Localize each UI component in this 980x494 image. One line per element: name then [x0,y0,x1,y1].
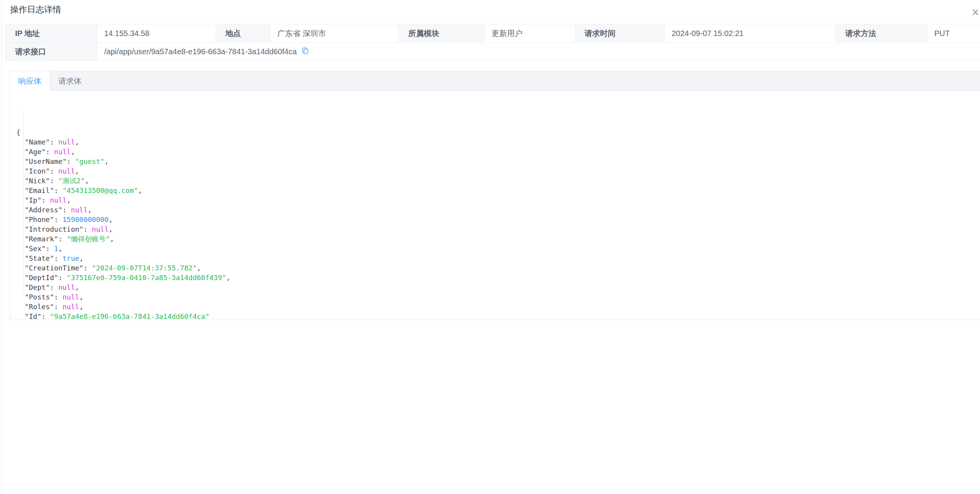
json-line: "Age": null, [16,147,980,157]
tab-response-body[interactable]: 响应体 [10,71,50,91]
field-label-api: 请求接口 [6,43,97,61]
json-line: { [16,127,980,137]
json-line: "Id": "9a57a4e8-e196-663a-7841-3a14dd60f… [16,312,980,320]
field-label-module: 所属模块 [399,24,485,43]
json-line: "Remark": "懒得创账号", [16,234,980,244]
table-row: IP 地址 14.155.34.58 地点 广东省 深圳市 所属模块 更新用户 … [6,24,980,43]
field-value-request-time: 2024-09-07 15:02:21 [665,24,836,43]
json-line: "Introduction": null, [16,224,980,234]
table-row: 请求接口 /api/app/user/9a57a4e8-e196-663a-78… [6,43,980,61]
field-value-api: /api/app/user/9a57a4e8-e196-663a-7841-3a… [97,43,980,61]
field-value-location: 广东省 深圳市 [270,24,399,43]
operation-log-detail-dialog: 操作日志详情 × IP 地址 14.155.34.58 地点 广东省 深圳市 所… [0,0,980,494]
field-value-method: PUT [927,24,980,43]
copy-icon[interactable] [301,47,309,57]
json-line: "UserName": "guest", [16,157,980,166]
json-line: "Name": null, [16,137,980,147]
json-line: "State": true, [16,253,980,263]
field-label-method: 请求方法 [836,24,927,43]
json-line: "Ip": null, [16,195,980,205]
json-line: "Email": "454313500@qq.com", [16,186,980,195]
field-label-location: 地点 [216,24,270,43]
json-viewer: { "Name": null, "Age": null, "UserName":… [10,91,980,320]
tab-request-body[interactable]: 请求体 [50,71,90,91]
close-icon[interactable]: × [971,7,980,17]
field-label-request-time: 请求时间 [575,24,665,43]
json-line: "Icon": null, [16,166,980,176]
log-descriptions-table: IP 地址 14.155.34.58 地点 广东省 深圳市 所属模块 更新用户 … [5,24,980,61]
json-line: "Sex": 1, [16,244,980,253]
json-line: "CreationTime": "2024-09-07T14:37:55.782… [16,263,980,273]
json-indent-guide [23,110,24,294]
json-line: "Address": null, [16,205,980,215]
dialog-left-edge [2,0,2,494]
tabs-header: 响应体请求体 [10,71,980,91]
json-line: "Nick": "测试2", [16,176,980,186]
body-tabs-card: 响应体请求体 { "Name": null, "Age": null, "Use… [10,71,980,320]
field-value-module: 更新用户 [485,24,575,43]
json-line: "Posts": null, [16,292,980,302]
field-value-ip: 14.155.34.58 [97,24,216,43]
json-line: "Roles": null, [16,302,980,312]
json-line: "Dept": null, [16,282,980,292]
dialog-title: 操作日志详情 [10,4,980,15]
json-line: "DeptId": "375167e0-759a-0410-7a85-3a14d… [16,273,980,282]
json-line: "Phone": 15900000000, [16,215,980,224]
response-body-panel: { "Name": null, "Age": null, "UserName":… [10,91,980,320]
field-label-ip: IP 地址 [6,24,97,43]
dialog-header: 操作日志详情 × [10,4,980,19]
api-path-text: /api/app/user/9a57a4e8-e196-663a-7841-3a… [104,47,297,56]
